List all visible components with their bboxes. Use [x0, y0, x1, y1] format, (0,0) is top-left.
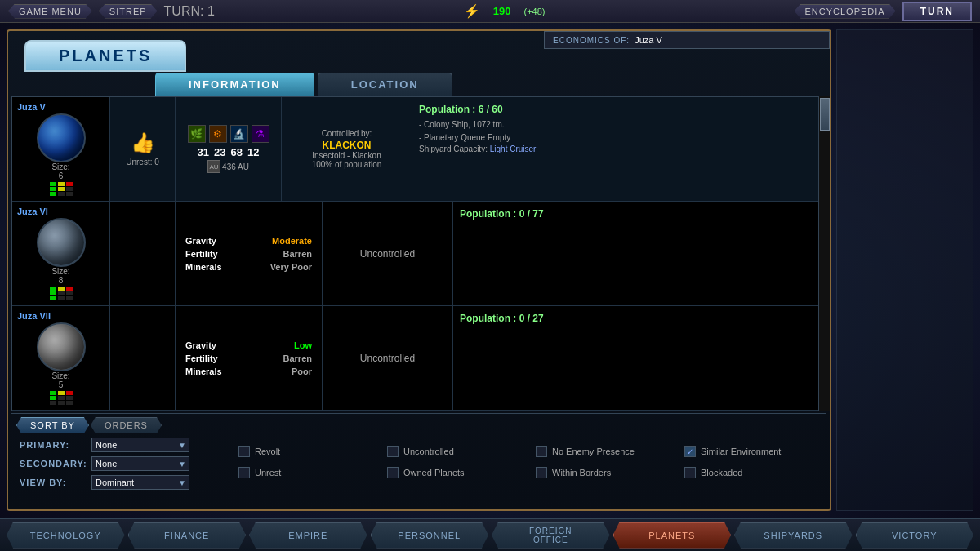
- filter-revolt-label: Revolt: [255, 447, 280, 456]
- food-icon: ⚡: [464, 3, 480, 19]
- planet-row[interactable]: Juza V Size:6: [12, 97, 826, 202]
- controlled-by-label: Controlled by:: [322, 129, 372, 138]
- planet-control-cell-2: Uncontrolled: [323, 202, 453, 305]
- filter-similar-env-checkbox[interactable]: [684, 446, 696, 457]
- filter-owned-planets-checkbox[interactable]: [387, 467, 399, 478]
- planet-row-3[interactable]: Juza VII Size:5: [12, 306, 826, 411]
- planet-image-2: [37, 218, 86, 267]
- nav-personnel[interactable]: PERSONNEL: [371, 522, 489, 549]
- pop-shipyard-1: Shipyard Capacity: Light Cruiser: [419, 144, 819, 153]
- nav-foreign-office[interactable]: FOREIGNOFFICE: [492, 522, 610, 549]
- filter-within-borders[interactable]: Within Borders: [536, 463, 683, 482]
- viewby-sort-row: VIEW BY: Dominant ▼: [20, 474, 189, 490]
- planet-size-2: Size:8: [51, 267, 69, 285]
- left-panel: PLANETS ECONOMICS OF: Juza V INFORMATION…: [7, 29, 831, 511]
- filter-no-enemy[interactable]: No Enemy Presence: [536, 442, 683, 461]
- primary-select[interactable]: None: [91, 438, 189, 452]
- nav-planets[interactable]: PLANETS: [613, 522, 732, 549]
- nav-victory[interactable]: VICTORY: [856, 522, 974, 549]
- planet-bars-3: [50, 391, 73, 405]
- primary-sort-row: PRIMARY: None ▼: [20, 437, 189, 452]
- viewby-select-wrapper: Dominant ▼: [91, 474, 189, 490]
- scrollbar[interactable]: [818, 96, 830, 411]
- filter-checkboxes: Revolt Uncontrolled No Enemy Presence Si…: [230, 437, 840, 490]
- nav-empire[interactable]: EMPIRE: [249, 522, 368, 549]
- filter-unrest[interactable]: Unrest: [238, 463, 385, 482]
- planet-row-2[interactable]: Juza VI Size:8: [12, 202, 826, 306]
- resource-icons-row: 🌿 ⚙ 🔬 ⚗: [188, 125, 270, 143]
- au-icon: AU: [207, 160, 220, 173]
- economics-label: ECONOMICS OF:: [553, 36, 630, 45]
- economics-value: Juza V: [635, 35, 662, 45]
- filter-revolt-checkbox[interactable]: [238, 446, 250, 457]
- sort-controls: PRIMARY: None ▼ SECONDARY: None: [20, 437, 189, 490]
- planet-control-cell-1: Controlled by: KLACKON Insectoid - Klack…: [282, 97, 412, 201]
- secondary-select[interactable]: None: [91, 456, 189, 471]
- prod-num: 23: [214, 146, 225, 158]
- gfm-row-gravity-2: Gravity Moderate: [185, 236, 312, 246]
- pop-header-3: Population : 0 / 27: [460, 313, 819, 324]
- gfm-fertility-value-3: Barren: [283, 353, 312, 363]
- filter-unrest-checkbox[interactable]: [238, 467, 250, 478]
- filter-uncontrolled-checkbox[interactable]: [387, 446, 399, 457]
- planet-pop-cell-2: Population : 0 / 77: [453, 202, 826, 305]
- planet-bars-1: [50, 182, 73, 196]
- sort-by-tab[interactable]: SORT BY: [16, 417, 89, 433]
- tab-information[interactable]: INFORMATION: [155, 73, 314, 96]
- planet-pop-cell-3: Population : 0 / 27: [453, 306, 826, 410]
- tab-location[interactable]: LOCATION: [318, 73, 452, 96]
- filter-blockaded[interactable]: Blockaded: [684, 463, 831, 482]
- gfm-row-minerals-3: Minerals Poor: [185, 367, 312, 376]
- filter-uncontrolled[interactable]: Uncontrolled: [387, 442, 534, 461]
- turn-button[interactable]: TURN: [902, 2, 972, 21]
- filter-revolt[interactable]: Revolt: [238, 442, 385, 461]
- top-bar: GAME MENU SITREP TURN: 1 ⚡ 190 (+48) ENC…: [0, 0, 980, 23]
- filter-uncontrolled-label: Uncontrolled: [403, 447, 454, 456]
- nav-shipyards[interactable]: SHIPYARDS: [734, 522, 853, 549]
- nav-finance[interactable]: FINANCE: [128, 522, 247, 549]
- encyclopedia-button[interactable]: ENCYCLOPEDIA: [794, 4, 895, 19]
- nav-technology[interactable]: TECHNOLOGY: [7, 522, 125, 549]
- planet-spacer-2: [110, 202, 176, 305]
- viewby-label: VIEW BY:: [20, 478, 85, 487]
- gfm-row-fertility-3: Fertility Barren: [185, 353, 312, 363]
- filter-similar-env[interactable]: Similar Environment: [684, 442, 831, 461]
- planet-size-3: Size:5: [51, 371, 69, 389]
- info-tabs: INFORMATION LOCATION: [155, 67, 830, 96]
- scrollbar-thumb[interactable]: [820, 98, 830, 131]
- planet-name-3: Juza VII: [17, 311, 105, 321]
- uncontrolled-label-3: Uncontrolled: [360, 353, 415, 364]
- au-value: 436 AU: [222, 162, 249, 171]
- filter-unrest-label: Unrest: [255, 468, 281, 478]
- sitrep-button[interactable]: SITREP: [99, 4, 158, 19]
- thumbs-up-icon: 👍: [131, 131, 155, 154]
- viewby-select[interactable]: Dominant: [91, 475, 189, 490]
- filter-blockaded-checkbox[interactable]: [684, 467, 696, 478]
- game-menu-button[interactable]: GAME MENU: [8, 4, 92, 19]
- sci-icon-res: 🔬: [230, 125, 248, 143]
- turn-label: TURN: 1: [164, 4, 215, 19]
- filter-no-enemy-checkbox[interactable]: [536, 446, 547, 457]
- primary-select-wrapper: None ▼: [91, 437, 189, 452]
- economics-panel: ECONOMICS OF: Juza V: [544, 31, 830, 49]
- planet-name-2: Juza VI: [17, 207, 105, 216]
- planet-name-1: Juza V: [17, 102, 105, 112]
- main-content: PLANETS ECONOMICS OF: Juza V INFORMATION…: [0, 23, 980, 520]
- filter-no-enemy-label: No Enemy Presence: [552, 447, 635, 456]
- resource-plus: (+48): [523, 7, 545, 16]
- filter-owned-planets-label: Owned Planets: [403, 468, 465, 478]
- controlled-by-name: KLACKON: [323, 140, 372, 151]
- gfm-fertility-label-3: Fertility: [185, 353, 243, 363]
- right-panel: [836, 29, 973, 511]
- filter-owned-planets[interactable]: Owned Planets: [387, 463, 534, 482]
- gfm-row-gravity-3: Gravity Low: [185, 340, 312, 350]
- controlled-pct: 100% of population: [312, 160, 382, 169]
- resource-display: ⚡ 190 (+48): [464, 3, 546, 19]
- orders-tab[interactable]: ORDERS: [91, 417, 162, 433]
- planet-control-cell-3: Uncontrolled: [323, 306, 453, 410]
- filter-within-borders-checkbox[interactable]: [536, 467, 547, 478]
- controlled-by-race: Insectoid - Klackon: [312, 151, 381, 160]
- planet-list: Juza V Size:6: [11, 96, 826, 411]
- pop-header-1: Population : 6 / 60: [419, 104, 819, 115]
- planet-image-cell-2: Juza VI Size:8: [12, 202, 110, 305]
